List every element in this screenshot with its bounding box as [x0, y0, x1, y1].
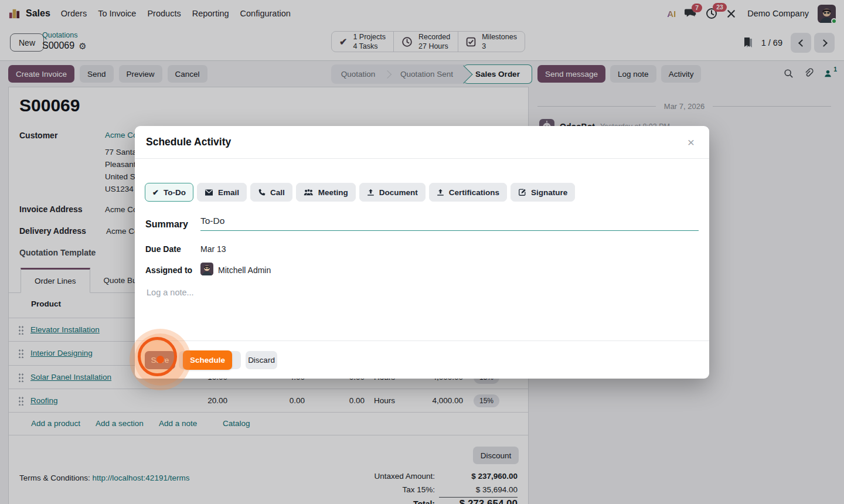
users-icon — [304, 189, 314, 196]
dialog-header: Schedule Activity × — [135, 126, 709, 159]
summary-input[interactable] — [200, 216, 699, 231]
note-editor-placeholder[interactable]: Log a note... — [147, 288, 194, 297]
assignee-avatar — [200, 263, 213, 275]
due-date-value[interactable]: Mar 13 — [200, 244, 226, 254]
discard-button[interactable]: Discard — [246, 351, 277, 369]
schedule-button[interactable]: Schedule — [183, 350, 232, 370]
close-icon[interactable]: × — [684, 135, 698, 149]
envelope-icon — [205, 189, 213, 196]
activity-type-document[interactable]: Document — [359, 183, 426, 202]
odoo-sales-app: Sales Orders To Invoice Products Reporti… — [0, 0, 844, 504]
activity-type-todo[interactable]: ✔ To-Do — [145, 183, 193, 202]
dialog-title: Schedule Activity — [146, 136, 231, 148]
activity-type-certifications[interactable]: Certifications — [429, 183, 507, 202]
dialog-footer: Save Mark Done Schedule Discard — [135, 340, 709, 379]
upload-icon — [437, 189, 444, 196]
activity-type-signature[interactable]: Signature — [511, 183, 575, 202]
activity-type-buttons: ✔ To-Do Email Call Meeting Document C — [145, 183, 575, 202]
activity-type-call[interactable]: Call — [250, 183, 292, 202]
pencil-square-icon — [518, 188, 526, 196]
summary-label: Summary — [145, 219, 188, 230]
phone-icon — [258, 189, 266, 196]
activity-type-email[interactable]: Email — [197, 183, 247, 202]
save-button[interactable]: Save — [145, 351, 175, 369]
due-date-label: Due Date — [145, 244, 181, 254]
upload-icon — [367, 189, 375, 196]
schedule-activity-dialog: Schedule Activity × ✔ To-Do Email Call M… — [135, 126, 709, 379]
check-icon: ✔ — [152, 189, 159, 196]
assigned-to-label: Assigned to — [145, 265, 192, 275]
assignee-name[interactable]: Mitchell Admin — [218, 265, 271, 275]
activity-type-meeting[interactable]: Meeting — [296, 183, 356, 202]
